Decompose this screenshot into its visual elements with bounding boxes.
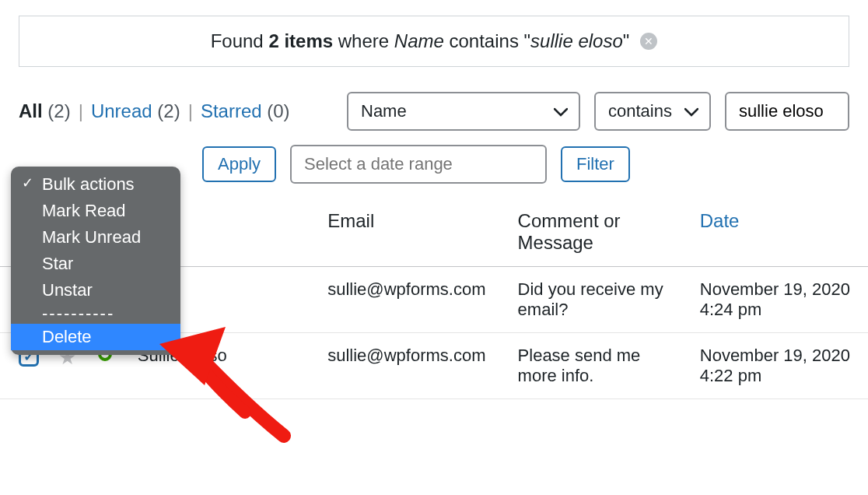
- bulk-actions-dropdown[interactable]: Bulk actions Mark Read Mark Unread Star …: [11, 167, 180, 355]
- search-mid1: where: [333, 30, 394, 51]
- bulk-divider: ----------: [11, 304, 180, 324]
- search-value: sullie eloso: [530, 30, 623, 51]
- cell-email[interactable]: sullie@wpforms.com: [313, 267, 503, 333]
- date-range-input[interactable]: [290, 145, 547, 184]
- bulk-option-bulk-actions[interactable]: Bulk actions: [11, 171, 180, 198]
- search-mid2: contains ": [444, 30, 530, 51]
- clear-search-icon[interactable]: ✕: [640, 33, 657, 50]
- bulk-option-mark-read[interactable]: Mark Read: [11, 198, 180, 224]
- view-unread[interactable]: Unread (2): [91, 100, 180, 122]
- chevron-down-icon: [554, 101, 568, 121]
- bulk-option-mark-unread[interactable]: Mark Unread: [11, 224, 180, 251]
- cell-comment: Please send me more info.: [504, 333, 686, 399]
- column-date[interactable]: Date: [686, 198, 868, 267]
- filter-button[interactable]: Filter: [561, 146, 630, 182]
- cell-comment: Did you receive my email?: [504, 267, 686, 333]
- view-all[interactable]: All (2): [19, 100, 71, 122]
- bulk-option-delete[interactable]: Delete: [11, 324, 180, 350]
- view-starred[interactable]: Starred (0): [201, 100, 290, 122]
- cell-email[interactable]: sullie@wpforms.com: [313, 333, 503, 399]
- search-prefix: Found: [211, 30, 269, 51]
- cell-date: November 19, 2020 4:24 pm: [686, 267, 868, 333]
- view-filters: All (2) | Unread (2) | Starred (0): [19, 100, 290, 122]
- filter-field-select[interactable]: Name: [347, 92, 580, 131]
- bulk-option-star[interactable]: Star: [11, 251, 180, 277]
- search-count: 2 items: [268, 30, 333, 51]
- bulk-option-unstar[interactable]: Unstar: [11, 277, 180, 304]
- cell-date: November 19, 2020 4:22 pm: [686, 333, 868, 399]
- search-field: Name: [394, 30, 444, 51]
- search-results-banner: Found 2 items where Name contains "sulli…: [19, 16, 849, 67]
- filter-operator-select[interactable]: contains: [594, 92, 711, 131]
- search-suffix: ": [623, 30, 630, 51]
- column-email[interactable]: Email: [313, 198, 503, 267]
- apply-button[interactable]: Apply: [202, 146, 276, 182]
- chevron-down-icon: [684, 101, 698, 121]
- column-comment[interactable]: Comment or Message: [504, 198, 686, 267]
- filter-value-input[interactable]: [725, 92, 849, 131]
